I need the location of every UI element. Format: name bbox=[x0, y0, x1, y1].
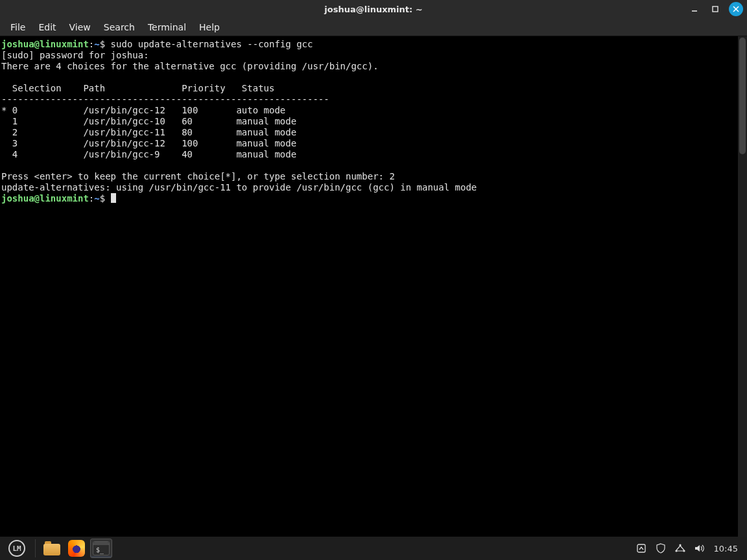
output-line: update-alternatives: using /usr/bin/gcc-… bbox=[1, 182, 477, 192]
firefox-icon bbox=[68, 540, 85, 557]
taskbar-app-terminal[interactable]: $_ bbox=[90, 539, 112, 558]
menu-help[interactable]: Help bbox=[193, 19, 226, 35]
output-line: Press <enter> to keep the current choice… bbox=[1, 171, 395, 181]
taskbar-clock[interactable]: 10:45 bbox=[713, 544, 738, 554]
table-divider: ----------------------------------------… bbox=[1, 94, 329, 104]
window-titlebar: joshua@linuxmint: ~ bbox=[0, 0, 747, 18]
start-menu-button[interactable]: LM bbox=[3, 537, 31, 560]
window-close-button[interactable] bbox=[729, 2, 743, 16]
taskbar-app-files[interactable] bbox=[41, 539, 63, 558]
terminal-scrollbar[interactable] bbox=[738, 36, 747, 537]
system-tray: 10:45 bbox=[635, 542, 744, 554]
taskbar-separator bbox=[35, 539, 36, 557]
menu-file[interactable]: File bbox=[4, 19, 32, 35]
taskbar-app-firefox[interactable] bbox=[65, 539, 88, 558]
output-line: There are 4 choices for the alternative … bbox=[1, 61, 379, 71]
network-tray-icon[interactable] bbox=[674, 542, 686, 554]
table-row: * 0 /usr/bin/gcc-12 100 auto mode bbox=[1, 105, 285, 115]
shield-tray-icon[interactable] bbox=[655, 542, 667, 554]
table-row: 4 /usr/bin/gcc-9 40 manual mode bbox=[1, 149, 296, 159]
window-maximize-button[interactable] bbox=[708, 2, 722, 16]
mint-logo-icon: LM bbox=[8, 540, 25, 557]
menu-terminal[interactable]: Terminal bbox=[141, 19, 193, 35]
updates-tray-icon[interactable] bbox=[635, 542, 647, 554]
volume-tray-icon[interactable] bbox=[694, 542, 706, 554]
taskbar: LM $_ bbox=[0, 537, 747, 560]
scrollbar-thumb[interactable] bbox=[739, 38, 746, 154]
prompt-path: ~ bbox=[94, 193, 99, 204]
table-row: 2 /usr/bin/gcc-11 80 manual mode bbox=[1, 127, 296, 137]
terminal-icon: $_ bbox=[93, 541, 110, 555]
menu-view[interactable]: View bbox=[63, 19, 97, 35]
window-title: joshua@linuxmint: ~ bbox=[0, 5, 747, 14]
menu-bar: File Edit View Search Terminal Help bbox=[0, 18, 747, 36]
command-line: sudo update-alternatives --config gcc bbox=[111, 39, 313, 49]
table-row: 3 /usr/bin/gcc-12 100 manual mode bbox=[1, 138, 296, 148]
prompt-path: ~ bbox=[94, 39, 99, 49]
svg-rect-4 bbox=[637, 544, 645, 552]
output-line: [sudo] password for joshua: bbox=[1, 50, 149, 60]
menu-search[interactable]: Search bbox=[97, 19, 141, 35]
prompt-user: joshua@linuxmint bbox=[1, 193, 89, 204]
window-minimize-button[interactable] bbox=[687, 2, 702, 16]
menu-edit[interactable]: Edit bbox=[32, 19, 62, 35]
table-row: 1 /usr/bin/gcc-10 60 manual mode bbox=[1, 116, 296, 126]
prompt-user: joshua@linuxmint bbox=[1, 39, 89, 49]
folder-icon bbox=[43, 541, 60, 555]
terminal-output[interactable]: joshua@linuxmint:~$ sudo update-alternat… bbox=[1, 39, 737, 535]
table-header: Selection Path Priority Status bbox=[1, 83, 274, 93]
terminal-area[interactable]: joshua@linuxmint:~$ sudo update-alternat… bbox=[0, 36, 747, 537]
terminal-cursor bbox=[111, 193, 116, 203]
svg-rect-1 bbox=[713, 6, 718, 12]
